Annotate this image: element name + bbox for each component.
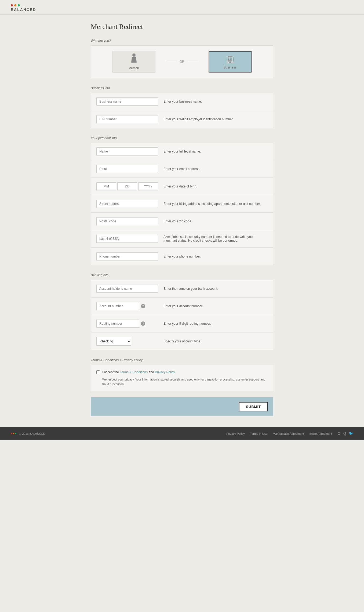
routing-number-help-icon[interactable]: ? <box>141 321 145 326</box>
building-icon: 🏢 <box>225 55 235 63</box>
business-option[interactable]: 🏢 Business <box>209 51 252 73</box>
footer-terms-link[interactable]: Terms of Use <box>250 432 268 435</box>
business-name-row: Enter your business name. <box>91 93 273 110</box>
submit-button[interactable]: SUBMIT <box>239 402 268 411</box>
or-line-left <box>166 62 177 62</box>
name-row: Enter your full legal name. <box>91 143 273 160</box>
page-title: Merchant Redirect <box>91 23 273 31</box>
or-divider: OR <box>166 60 198 64</box>
email-input-wrap <box>96 165 158 173</box>
person-body <box>131 57 137 63</box>
dob-yyyy-input[interactable] <box>138 182 158 190</box>
account-type-select-wrap: checking savings <box>96 337 158 346</box>
business-name-input-wrap <box>96 97 158 106</box>
postal-input[interactable] <box>96 217 158 225</box>
ssn-input[interactable] <box>96 235 158 243</box>
person-head <box>132 53 136 57</box>
name-desc: Enter your full legal name. <box>163 150 268 153</box>
terms-prefix: I accept the <box>102 370 119 374</box>
business-label: Business <box>224 66 237 69</box>
account-number-input-wrap: ? <box>96 302 158 310</box>
terms-section: Terms & Conditions + Privacy Policy I ac… <box>91 358 273 392</box>
dob-dd-input[interactable] <box>117 182 137 190</box>
ssn-desc: A verifiable social security number is n… <box>163 235 268 242</box>
ssn-row: A verifiable social security number is n… <box>91 230 273 248</box>
github-icon[interactable]: ⊙ <box>337 431 341 436</box>
email-row: Enter your email address. <box>91 160 273 178</box>
logo: BALANCED <box>11 4 353 12</box>
name-input-wrap <box>96 147 158 155</box>
street-row: Enter your billing address including apa… <box>91 195 273 213</box>
account-number-desc: Enter your account number. <box>163 304 268 308</box>
footer-marketplace-link[interactable]: Marketplace Agreement <box>273 432 304 435</box>
logo-text: BALANCED <box>11 8 36 12</box>
business-info-card: Enter your business name. Enter your 9-d… <box>91 93 273 128</box>
account-number-help-icon[interactable]: ? <box>141 304 145 308</box>
header: BALANCED <box>0 0 364 15</box>
person-icon <box>130 53 138 64</box>
dob-mm-input[interactable] <box>96 182 116 190</box>
terms-conditions-link[interactable]: Terms & Conditions <box>120 370 148 374</box>
account-holder-row: Enter the name on your bank account. <box>91 280 273 298</box>
footer: © 2013 BALANCED Privacy Policy Terms of … <box>0 427 364 440</box>
who-are-you-label: Who are you? <box>91 39 273 43</box>
terms-checkbox-text: I accept the Terms & Conditions and Priv… <box>102 370 176 374</box>
postal-desc: Enter your zip code. <box>163 219 268 223</box>
phone-input-wrap <box>96 252 158 260</box>
street-input-wrap <box>96 200 158 208</box>
phone-input[interactable] <box>96 252 158 260</box>
postal-input-wrap <box>96 217 158 225</box>
twitter-icon[interactable]: 🐦 <box>349 431 353 436</box>
routing-number-row: ? Enter your 9 digit routing number. <box>91 315 273 332</box>
entity-selector: Person OR 🏢 Business <box>91 45 273 78</box>
account-number-input[interactable] <box>96 302 139 310</box>
dot-orange <box>14 4 16 6</box>
ssn-input-wrap <box>96 235 158 243</box>
person-option[interactable]: Person <box>112 51 155 73</box>
footer-social: ⊙ Q 🐦 <box>337 431 353 436</box>
dot-red <box>11 4 13 6</box>
footer-logo-dots <box>11 433 16 434</box>
dob-desc: Enter your date of birth. <box>163 184 268 188</box>
dob-row: Enter your date of birth. <box>91 178 273 195</box>
terms-section-label: Terms & Conditions + Privacy Policy <box>91 358 273 362</box>
submit-area: SUBMIT <box>91 397 273 416</box>
terms-and: and <box>149 370 154 374</box>
banking-info-card: Enter the name on your bank account. ? E… <box>91 280 273 350</box>
terms-checkbox[interactable] <box>96 370 100 374</box>
terms-checkbox-row: I accept the Terms & Conditions and Priv… <box>96 370 268 374</box>
ein-desc: Enter your 9-digit employer identificati… <box>163 117 268 121</box>
account-holder-input[interactable] <box>96 285 158 293</box>
account-number-row: ? Enter your account number. <box>91 298 273 315</box>
footer-seller-link[interactable]: Seller Agreement <box>309 432 332 435</box>
routing-number-input-wrap: ? <box>96 320 158 328</box>
street-desc: Enter your billing address including apa… <box>163 202 268 206</box>
privacy-policy-link[interactable]: Privacy Policy <box>155 370 175 374</box>
footer-copyright: © 2013 BALANCED <box>19 432 45 435</box>
terms-card: I accept the Terms & Conditions and Priv… <box>91 365 273 392</box>
business-name-desc: Enter your business name. <box>163 100 268 103</box>
routing-number-input[interactable] <box>96 320 139 328</box>
street-input[interactable] <box>96 200 158 208</box>
name-input[interactable] <box>96 147 158 155</box>
ein-input[interactable] <box>96 115 158 123</box>
person-label: Person <box>129 66 139 70</box>
account-holder-input-wrap <box>96 285 158 293</box>
banking-info-label: Banking info <box>91 273 273 277</box>
ein-input-wrap <box>96 115 158 123</box>
privacy-note: We respect your privacy. Your informatio… <box>102 377 268 386</box>
footer-links: Privacy Policy Terms of Use Marketplace … <box>226 431 353 436</box>
email-input[interactable] <box>96 165 158 173</box>
footer-privacy-link[interactable]: Privacy Policy <box>226 432 245 435</box>
account-type-select[interactable]: checking savings <box>96 337 131 346</box>
account-number-with-help: ? <box>96 302 158 310</box>
footer-left: © 2013 BALANCED <box>11 432 45 435</box>
routing-number-with-help: ? <box>96 320 158 328</box>
business-info-label: Business info <box>91 86 273 90</box>
business-name-input[interactable] <box>96 97 158 106</box>
footer-dot-orange <box>13 433 14 434</box>
footer-dot-green <box>15 433 16 434</box>
quora-icon[interactable]: Q <box>343 432 346 436</box>
phone-row: Enter your phone number. <box>91 248 273 265</box>
personal-info-label: Your personal info <box>91 136 273 140</box>
